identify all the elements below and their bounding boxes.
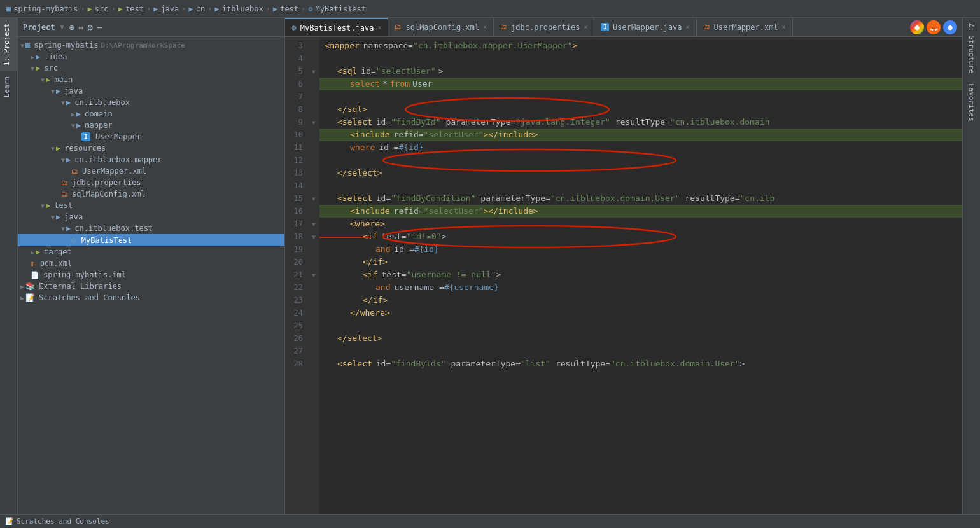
locate-icon[interactable]: ⊕ (69, 22, 74, 32)
code-line-12 (319, 154, 962, 167)
breadcrumb: ■ spring-mybatis › ▶ src › ▶ test › ▶ ja… (0, 0, 980, 18)
code-include-refid-attr: refid= (394, 129, 424, 141)
code-line-9: <select id= "findById" parameterType= "j… (319, 116, 962, 129)
tab-close-mybatistest[interactable]: × (377, 24, 381, 31)
fold-4 (308, 52, 319, 65)
breadcrumb-java[interactable]: java (160, 4, 179, 13)
code-sel3-result-attr: resultType= (556, 358, 610, 370)
tree-item-mapper[interactable]: ▼ ▶ mapper (18, 120, 284, 131)
code-select-kw: select (350, 78, 380, 90)
fold-18[interactable]: ▼ (308, 230, 319, 243)
tree-item-test[interactable]: ▼ ▶ test (18, 200, 284, 211)
fold-21[interactable]: ▼ (308, 268, 319, 281)
tree-item-domain[interactable]: ▶ ▶ domain (18, 108, 284, 120)
tree-item-usermapper-xml[interactable]: 🗂 UserMapper.xml (18, 165, 284, 177)
breadcrumb-class-icon: ⚙ (308, 4, 312, 13)
line-num-14: 14 (288, 179, 303, 192)
tree-content: ▼ ■ spring-mybatis D:\AProgramWorkSpace … (18, 37, 284, 514)
arrow-domain: ▶ (71, 111, 75, 118)
code-param-attr: parameterType= (446, 116, 516, 129)
tab-icon-usermapper-java: I (601, 23, 609, 31)
tab-usermapper-xml[interactable]: 🗂 UserMapper.xml × (697, 18, 793, 36)
line-num-4: 4 (288, 52, 303, 65)
line-num-13: 13 (288, 167, 303, 179)
tab-jdbc[interactable]: 🗂 jdbc.properties × (494, 18, 594, 36)
tree-item-cn-test[interactable]: ▼ ▶ cn.itbluebox.test (18, 223, 284, 234)
code-line-28: <select id= "findByIds" parameterType= "… (319, 358, 962, 370)
collapse-icon[interactable]: ⇔ (78, 22, 83, 32)
folder-resources-icon: ▶ (56, 144, 60, 153)
fold-15[interactable]: ▼ (308, 192, 319, 205)
tree-item-scratches[interactable]: ▶ 📝 Scratches and Consoles (18, 292, 284, 303)
tree-item-jdbc[interactable]: 🗂 jdbc.properties (18, 177, 284, 188)
breadcrumb-folder-icon-5: ▶ (214, 4, 219, 13)
breadcrumb-cn[interactable]: cn (196, 4, 205, 13)
code-if-test-attr: test= (381, 230, 406, 243)
code-sel3-gt: > (740, 358, 745, 370)
tree-item-iml[interactable]: 📄 spring-mybatis.iml (18, 269, 284, 281)
tab-mybatistest[interactable]: ⚙ MyBatisTest.java × (285, 18, 388, 36)
code-sel3-param-val: "list" (521, 358, 550, 370)
breadcrumb-itbluebox[interactable]: itbluebox (222, 4, 263, 13)
breadcrumb-classname[interactable]: MyBatisTest (316, 4, 366, 13)
code-select2-close: </select> (337, 332, 382, 345)
tree-label-cn: cn.itbluebox (74, 98, 130, 107)
tree-item-root[interactable]: ▼ ■ spring-mybatis D:\AProgramWorkSpace (18, 39, 284, 51)
breadcrumb-folder-icon-1: ▶ (88, 4, 92, 13)
breadcrumb-sep-2: › (111, 4, 116, 13)
tree-label-ext-libs: External Libraries (39, 282, 122, 291)
tab-close-usermapper-java[interactable]: × (685, 24, 689, 31)
tree-item-target[interactable]: ▶ ▶ target (18, 246, 284, 258)
tree-item-cn-mapper[interactable]: ▼ ▶ cn.itbluebox.mapper (18, 154, 284, 165)
scratches-bottom-label[interactable]: Scratches and Consoles (17, 517, 109, 525)
tab-sqlmapconfig[interactable]: 🗂 sqlMapConfig.xml × (388, 18, 494, 36)
tree-item-pom[interactable]: m pom.xml (18, 258, 284, 269)
settings-icon[interactable]: ⚙ (87, 22, 92, 32)
tree-item-sqlmap[interactable]: 🗂 sqlMapConfig.xml (18, 188, 284, 200)
project-tree-dropdown-arrow[interactable]: ▼ (60, 24, 64, 31)
tree-item-java-test[interactable]: ▼ ▶ java (18, 211, 284, 223)
other-browser-icon[interactable]: ● (943, 20, 957, 34)
fold-13 (308, 167, 319, 179)
tab-close-sqlmap[interactable]: × (483, 24, 487, 31)
close-tree-icon[interactable]: − (97, 22, 102, 32)
tree-item-usermapper-interface[interactable]: I UserMapper (18, 131, 284, 142)
arrow-scratches: ▶ (20, 295, 24, 302)
code-line-6: select * from User (319, 78, 962, 90)
tab-close-usermapper-xml[interactable]: × (782, 24, 786, 31)
line-num-9: 9 (288, 116, 303, 129)
tree-item-mybatistest[interactable]: ⚙ MyBatisTest (18, 234, 284, 246)
tree-item-cn[interactable]: ▼ ▶ cn.itbluebox (18, 97, 284, 108)
chrome-icon[interactable]: ● (910, 20, 924, 34)
fold-5[interactable]: ▼ (308, 65, 319, 78)
tree-item-idea[interactable]: ▶ ▶ .idea (18, 51, 284, 62)
breadcrumb-project[interactable]: spring-mybatis (13, 4, 78, 13)
code-include2-close: ></include> (484, 205, 538, 218)
tab-close-jdbc[interactable]: × (584, 24, 587, 31)
tab-favorites[interactable]: Favorites (965, 78, 978, 127)
breadcrumb-test[interactable]: test (125, 4, 144, 13)
tab-usermapper-java[interactable]: I UserMapper.java × (594, 18, 696, 36)
fold-9[interactable]: ▼ (308, 116, 319, 129)
tab-learn[interactable]: Learn (0, 71, 17, 102)
tab-project[interactable]: 1: Project (0, 18, 17, 71)
code-line-10: <include refid= "selectUser" ></include> (319, 129, 962, 141)
fold-17[interactable]: ▼ (308, 218, 319, 230)
code-star: * (382, 78, 388, 90)
tree-item-java-main[interactable]: ▼ ▶ java (18, 85, 284, 97)
tree-label-cn-test: cn.itbluebox.test (74, 224, 153, 233)
code-line-5: <sql id= "selectUser" > (319, 65, 962, 78)
firefox-icon[interactable]: 🦊 (927, 20, 941, 34)
tree-item-src[interactable]: ▼ ▶ src (18, 62, 284, 74)
code-line-20: </if> (319, 256, 962, 268)
tab-structure[interactable]: Z: Structure (965, 18, 978, 78)
tree-root-path: D:\AProgramWorkSpace (101, 41, 185, 50)
tree-item-resources[interactable]: ▼ ▶ resources (18, 142, 284, 154)
breadcrumb-test2[interactable]: test (280, 4, 298, 13)
code-content[interactable]: <mapper namespace= "cn.itbluebox.mapper.… (319, 37, 962, 514)
line-num-6: 6 (288, 78, 303, 90)
breadcrumb-src[interactable]: src (95, 4, 109, 13)
tree-item-main[interactable]: ▼ ▶ main (18, 74, 284, 85)
tree-item-ext-libs[interactable]: ▶ 📚 External Libraries (18, 281, 284, 292)
iml-icon: 📄 (31, 271, 39, 279)
